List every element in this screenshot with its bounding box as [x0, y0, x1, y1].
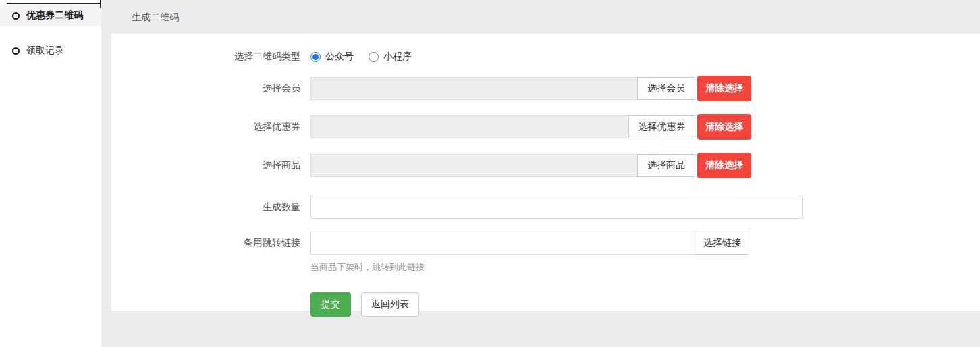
row-select-member: 选择会员 选择会员 清除选择	[111, 76, 980, 101]
clear-coupon-button[interactable]: 清除选择	[697, 114, 751, 140]
select-link-button[interactable]: 选择链接	[695, 232, 748, 255]
member-input[interactable]	[310, 77, 638, 100]
form-panel: 选择二维码类型 公众号 小程序 选择会员 选择会员 清除选择 选择优惠券	[111, 34, 980, 311]
radio-label: 公众号	[325, 51, 354, 63]
select-product-button[interactable]: 选择商品	[637, 154, 695, 177]
fallback-link-input[interactable]	[310, 232, 695, 255]
radio-label: 小程序	[383, 51, 412, 63]
row-select-coupon: 选择优惠券 选择优惠券 清除选择	[111, 114, 980, 140]
row-fallback-link: 备用跳转链接 选择链接	[111, 232, 980, 255]
clear-member-button[interactable]: 清除选择	[697, 76, 751, 101]
radio-option-mini-program[interactable]: 小程序	[369, 51, 412, 63]
submit-button[interactable]: 提交	[310, 292, 351, 317]
back-to-list-button[interactable]: 返回列表	[361, 292, 419, 317]
sidebar-item-claim-records[interactable]: 领取记录	[0, 41, 101, 61]
fallback-link-hint: 当商品下架时，跳转到此链接	[310, 261, 980, 273]
sidebar-item-label: 优惠券二维码	[26, 9, 83, 22]
quantity-input[interactable]	[310, 196, 803, 219]
coupon-input[interactable]	[310, 115, 629, 138]
row-select-product: 选择商品 选择商品 清除选择	[111, 153, 980, 178]
page-title: 生成二维码	[101, 0, 980, 34]
member-label: 选择会员	[111, 82, 310, 95]
radio-option-official-account[interactable]: 公众号	[310, 51, 354, 63]
row-qr-type: 选择二维码类型 公众号 小程序	[111, 50, 980, 63]
row-quantity: 生成数量	[111, 196, 980, 219]
product-input[interactable]	[310, 154, 638, 177]
sidebar-item-coupon-qrcode[interactable]: 优惠券二维码	[0, 5, 101, 26]
qr-type-label: 选择二维码类型	[111, 51, 310, 63]
quantity-label: 生成数量	[111, 201, 310, 213]
official-account-radio[interactable]	[310, 52, 321, 62]
fallback-link-label: 备用跳转链接	[111, 237, 310, 249]
product-label: 选择商品	[111, 159, 310, 171]
sidebar-item-label: 领取记录	[26, 45, 64, 57]
circle-icon	[12, 47, 20, 55]
select-coupon-button[interactable]: 选择优惠券	[628, 115, 695, 138]
coupon-label: 选择优惠券	[111, 121, 310, 133]
mini-program-radio[interactable]	[369, 52, 379, 62]
main-area: 生成二维码 选择二维码类型 公众号 小程序 选择会员 选择会员 清除选择	[101, 0, 980, 347]
circle-icon	[12, 12, 20, 20]
qr-type-radio-group: 公众号 小程序	[310, 51, 427, 63]
form-actions: 提交 返回列表	[310, 292, 980, 317]
select-member-button[interactable]: 选择会员	[637, 77, 695, 100]
sidebar-top-divider	[7, 3, 101, 4]
sidebar: 优惠券二维码 领取记录	[0, 0, 101, 347]
clear-product-button[interactable]: 清除选择	[697, 153, 751, 178]
